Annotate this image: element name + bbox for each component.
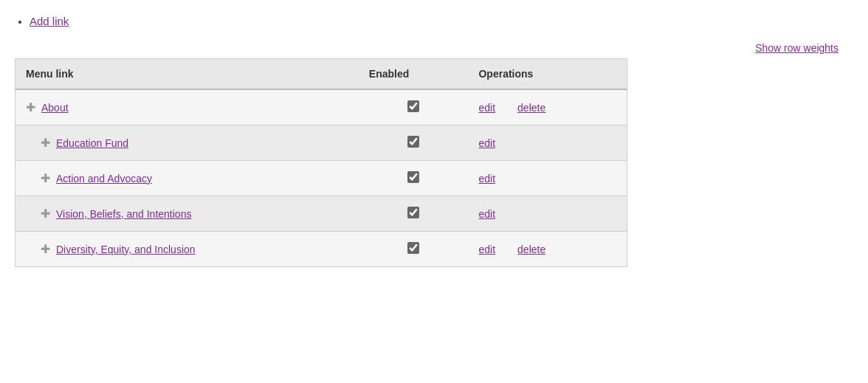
enabled-cell-education-fund: [359, 125, 469, 161]
operations-cell-action-and-advocacy: edit: [468, 161, 627, 196]
enabled-checkbox-action-and-advocacy[interactable]: [407, 171, 419, 183]
table-row: ✚Vision, Beliefs, and Intentionsedit: [16, 196, 627, 232]
operations-cell-diversity-equity-inclusion: editdelete: [468, 232, 627, 267]
edit-link-education-fund[interactable]: edit: [478, 137, 495, 149]
enabled-cell-about: [359, 89, 469, 125]
enabled-cell-vision-beliefs-intentions: [359, 196, 469, 232]
menu-link-cell-diversity-equity-inclusion: ✚Diversity, Equity, and Inclusion: [16, 232, 359, 267]
drag-handle-vision-beliefs-intentions[interactable]: ✚: [41, 207, 50, 221]
show-row-weights-button[interactable]: Show row weights: [755, 42, 838, 54]
header-row: Show row weights: [15, 42, 853, 54]
enabled-cell-diversity-equity-inclusion: [359, 232, 469, 267]
add-link-button[interactable]: Add link: [30, 15, 69, 27]
table-row: ✚Abouteditdelete: [16, 89, 627, 125]
table-row: ✚Action and Advocacyedit: [16, 161, 627, 196]
delete-link-about[interactable]: delete: [517, 102, 545, 114]
enabled-checkbox-about[interactable]: [407, 100, 419, 112]
delete-link-diversity-equity-inclusion[interactable]: delete: [517, 244, 545, 255]
enabled-checkbox-vision-beliefs-intentions[interactable]: [407, 207, 419, 218]
menu-link-cell-education-fund: ✚Education Fund: [16, 125, 359, 161]
edit-link-action-and-advocacy[interactable]: edit: [478, 173, 495, 184]
menu-link-cell-action-and-advocacy: ✚Action and Advocacy: [16, 161, 359, 196]
menu-link-cell-vision-beliefs-intentions: ✚Vision, Beliefs, and Intentions: [16, 196, 359, 232]
menu-link-vision-beliefs-intentions[interactable]: Vision, Beliefs, and Intentions: [56, 208, 191, 220]
enabled-cell-action-and-advocacy: [359, 161, 469, 196]
operations-cell-vision-beliefs-intentions: edit: [468, 196, 627, 232]
edit-link-vision-beliefs-intentions[interactable]: edit: [478, 208, 495, 220]
edit-link-about[interactable]: edit: [478, 102, 495, 114]
enabled-checkbox-diversity-equity-inclusion[interactable]: [407, 242, 419, 254]
menu-link-education-fund[interactable]: Education Fund: [56, 137, 128, 149]
drag-handle-action-and-advocacy[interactable]: ✚: [41, 171, 50, 185]
menu-link-cell-about: ✚About: [16, 89, 359, 125]
menu-link-about[interactable]: About: [41, 102, 69, 114]
menu-link-action-and-advocacy[interactable]: Action and Advocacy: [56, 173, 152, 184]
drag-handle-diversity-equity-inclusion[interactable]: ✚: [41, 242, 50, 256]
menu-link-diversity-equity-inclusion[interactable]: Diversity, Equity, and Inclusion: [56, 244, 196, 255]
operations-cell-about: editdelete: [468, 89, 627, 125]
table-row: ✚Education Fundedit: [16, 125, 627, 161]
table-header-row: Menu link Enabled Operations: [16, 59, 627, 90]
operations-cell-education-fund: edit: [468, 125, 627, 161]
menu-table: Menu link Enabled Operations ✚Abouteditd…: [15, 58, 627, 267]
table-row: ✚Diversity, Equity, and Inclusioneditdel…: [16, 232, 627, 267]
add-link-list: Add link: [15, 15, 853, 27]
enabled-checkbox-education-fund[interactable]: [407, 136, 419, 148]
column-header-menu-link: Menu link: [16, 59, 359, 90]
edit-link-diversity-equity-inclusion[interactable]: edit: [478, 244, 495, 255]
drag-handle-education-fund[interactable]: ✚: [41, 136, 50, 150]
drag-handle-about[interactable]: ✚: [26, 100, 35, 114]
column-header-operations: Operations: [468, 59, 627, 90]
top-section: Add link: [15, 7, 853, 42]
column-header-enabled: Enabled: [359, 59, 469, 90]
